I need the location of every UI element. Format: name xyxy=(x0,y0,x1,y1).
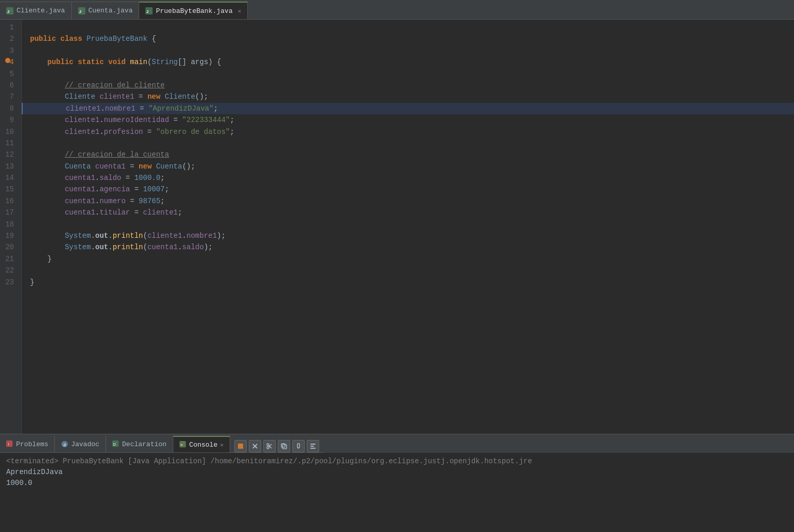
javadoc-icon: a xyxy=(61,440,68,448)
svg-rect-25 xyxy=(310,444,316,445)
line-num-6: 6 xyxy=(4,80,17,91)
svg-text:J: J xyxy=(146,9,148,14)
java-icon-cuenta: J xyxy=(78,7,85,14)
code-line-15: cuenta1.agencia = 10007; xyxy=(22,184,794,195)
line-num-8: 8 xyxy=(4,103,17,114)
code-editor[interactable]: public class PruebaByteBank { public sta… xyxy=(22,20,794,434)
tab-prueba[interactable]: J PruebaByteBank.java ✕ xyxy=(139,2,248,19)
code-line-16: cuenta1.numero = 98765; xyxy=(22,195,794,207)
code-line-19: System.out.println(cliente1.nombre1); xyxy=(22,230,794,241)
code-line-4: public static void main(String[] args) { xyxy=(22,56,794,68)
svg-text:D: D xyxy=(113,443,116,446)
code-line-10: cliente1.profesion = "obrero de datos"; xyxy=(22,126,794,138)
java-icon-cliente: J xyxy=(6,7,13,14)
code-line-7: Cliente cliente1 = new Cliente(); xyxy=(22,91,794,102)
pin-button[interactable] xyxy=(292,440,305,452)
line-num-23: 23 xyxy=(4,277,17,288)
line-num-7: 7 xyxy=(4,91,17,102)
code-line-23: } xyxy=(22,277,794,288)
code-line-17: cuenta1.titular = cliente1; xyxy=(22,207,794,218)
line-num-3: 3 xyxy=(4,45,17,56)
tab-cliente[interactable]: J Cliente.java xyxy=(0,2,72,19)
svg-text:a: a xyxy=(64,442,66,447)
console-output: <terminated> PruebaByteBank [Java Applic… xyxy=(0,453,794,532)
tab-javadoc[interactable]: a Javadoc xyxy=(55,436,106,452)
line-num-10: 10 xyxy=(4,126,17,138)
console-toolbar xyxy=(230,440,323,452)
copy-button[interactable] xyxy=(278,440,290,452)
tab-declaration[interactable]: D Declaration xyxy=(106,436,173,452)
tab-cuenta[interactable]: J Cuenta.java xyxy=(72,2,140,19)
line-num-1: 1 xyxy=(4,22,17,33)
svg-text:J: J xyxy=(79,9,81,13)
more-icon xyxy=(310,443,316,449)
tab-console[interactable]: ≡ Console ✕ xyxy=(173,436,230,452)
bottom-tabs-wrapper: ! Problems a Javadoc D Declaration xyxy=(0,434,794,453)
declaration-icon: D xyxy=(112,440,119,448)
code-line-13: Cuenta cuenta1 = new Cuenta(); xyxy=(22,161,794,172)
line-num-2: 2 xyxy=(4,33,17,44)
svg-rect-21 xyxy=(282,445,287,449)
code-line-2: public class PruebaByteBank { xyxy=(22,33,794,44)
line-num-15: 15 xyxy=(4,184,17,195)
console-terminated-line: <terminated> PruebaByteBank [Java Applic… xyxy=(6,456,788,467)
line-numbers-gutter: 1 2 3 4 5 6 7 8 9 10 11 12 13 14 15 16 1… xyxy=(0,20,22,434)
svg-point-18 xyxy=(267,447,269,449)
code-line-14: cuenta1.saldo = 1000.0; xyxy=(22,172,794,184)
svg-rect-14 xyxy=(238,444,243,449)
copy-icon xyxy=(281,443,287,449)
tab-label-cuenta: Cuenta.java xyxy=(88,7,133,14)
line-num-18: 18 xyxy=(4,219,17,230)
console-output-line2: 1000.0 xyxy=(6,478,788,489)
tab-close-prueba[interactable]: ✕ xyxy=(238,8,242,14)
line-num-4: 4 xyxy=(4,56,17,68)
tab-bar: J Cliente.java J Cuenta.java J PruebaByt… xyxy=(0,0,794,20)
svg-rect-27 xyxy=(310,448,316,449)
line-num-5: 5 xyxy=(4,68,17,80)
svg-point-17 xyxy=(267,444,269,446)
java-icon-prueba: J xyxy=(145,7,153,14)
code-line-8: cliente1.nombre1 = "AprendizDJava"; xyxy=(22,103,794,114)
line-num-20: 20 xyxy=(4,241,17,253)
problems-icon: ! xyxy=(6,440,13,448)
code-line-22 xyxy=(22,265,794,276)
line-num-14: 14 xyxy=(4,172,17,184)
remove-button[interactable] xyxy=(249,440,261,452)
breakpoint-dot-4 xyxy=(5,58,10,63)
line-num-17: 17 xyxy=(4,207,17,218)
tab-label-problems: Problems xyxy=(16,440,48,448)
stop-icon xyxy=(237,443,244,449)
line-num-19: 19 xyxy=(4,230,17,241)
remove-icon xyxy=(252,443,258,449)
bottom-panel: ! Problems a Javadoc D Declaration xyxy=(0,434,794,532)
tab-problems[interactable]: ! Problems xyxy=(0,436,55,452)
code-line-20: System.out.println(cuenta1.saldo); xyxy=(22,241,794,253)
line-num-22: 22 xyxy=(4,265,17,276)
svg-text:≡: ≡ xyxy=(181,443,183,447)
code-line-6: // creacion del cliente xyxy=(22,80,794,91)
tab-label-javadoc: Javadoc xyxy=(71,440,99,448)
svg-text:J: J xyxy=(7,9,9,13)
scissors-button[interactable] xyxy=(263,440,276,452)
code-line-1 xyxy=(22,22,794,33)
editor-area: 1 2 3 4 5 6 7 8 9 10 11 12 13 14 15 16 1… xyxy=(0,20,794,434)
more-button[interactable] xyxy=(307,440,319,452)
console-icon: ≡ xyxy=(179,441,187,448)
console-tab-close[interactable]: ✕ xyxy=(220,442,223,448)
svg-rect-26 xyxy=(310,446,314,447)
code-line-21: } xyxy=(22,253,794,265)
svg-rect-23 xyxy=(297,444,299,448)
code-line-5 xyxy=(22,68,794,80)
line-num-21: 21 xyxy=(4,253,17,265)
stop-button[interactable] xyxy=(234,440,247,452)
code-line-11 xyxy=(22,138,794,149)
tab-label-cliente: Cliente.java xyxy=(17,7,65,14)
line-num-16: 16 xyxy=(4,195,17,207)
tab-label-prueba: PruebaByteBank.java xyxy=(156,7,232,15)
tab-label-console: Console xyxy=(189,441,218,449)
console-output-line1: AprendizDJava xyxy=(6,467,788,478)
code-line-18 xyxy=(22,219,794,230)
tab-label-declaration: Declaration xyxy=(122,440,167,448)
code-line-9: cliente1.numeroIdentidad = "222333444"; xyxy=(22,114,794,126)
svg-text:!: ! xyxy=(8,442,9,447)
